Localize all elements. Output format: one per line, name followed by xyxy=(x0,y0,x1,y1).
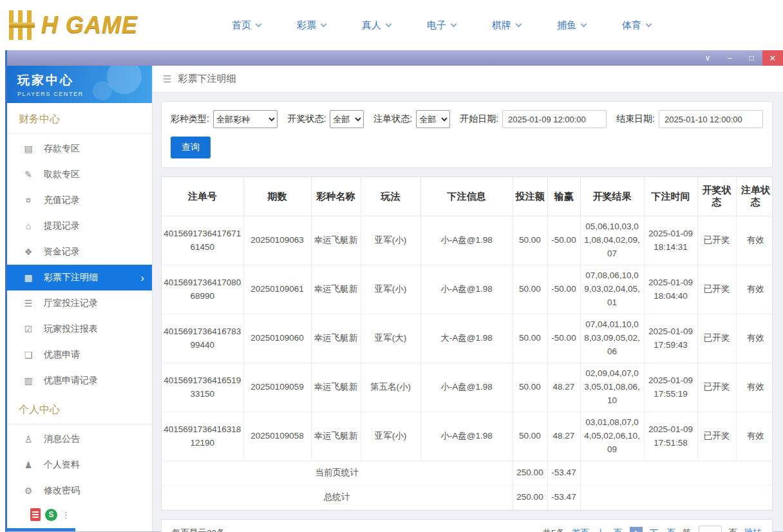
nav-label: 捕鱼 xyxy=(557,19,576,32)
recharge-record-icon: ¤ xyxy=(23,195,34,205)
minimize-icon[interactable]: – xyxy=(719,50,741,66)
sidebar-item-promo-apply-records[interactable]: ▥优惠申请记录 xyxy=(7,368,152,394)
sidebar-item-label: 个人资料 xyxy=(44,459,80,471)
table-row: 40156917364165193315020250109059幸运飞艇新第五名… xyxy=(162,363,773,412)
report-icon: ☑ xyxy=(23,324,34,334)
sidebar-section-title: 个人中心 xyxy=(7,394,152,424)
bottom-blue-bar xyxy=(7,528,75,531)
pagination-bar: 每页显示20条 共5条 首页 上一页 1 下一页 第 页 跳转 xyxy=(161,519,773,532)
current-page-button[interactable]: 1 xyxy=(630,527,643,532)
summary-label: 当前页统计 xyxy=(162,461,513,486)
maximize-icon[interactable]: □ xyxy=(741,50,762,66)
total-count-text: 共5条 xyxy=(542,527,565,532)
table-cell: 07,08,06,10,09,03,02,04,05,01 xyxy=(580,265,644,314)
wps-s-icon[interactable]: S xyxy=(45,509,57,521)
start-date-input[interactable] xyxy=(502,110,607,128)
column-header: 彩种名称 xyxy=(311,177,361,216)
sidebar-item-label: 充值记录 xyxy=(44,195,80,206)
summary-row: 总统计250.00-53.47 xyxy=(162,486,773,510)
menu-icon[interactable]: ☰ xyxy=(163,73,171,85)
order-status-select[interactable]: 全部 xyxy=(416,110,450,128)
table-cell: 401569173641767161450 xyxy=(162,216,243,265)
nav-item-lottery[interactable]: 彩票 xyxy=(297,19,326,32)
sidebar-item-change-password[interactable]: ⚙修改密码 xyxy=(7,478,152,504)
table-cell: 2025-01-09 17:55:19 xyxy=(644,363,697,412)
per-page-text: 每页显示20条 xyxy=(172,527,225,532)
column-header: 玩法 xyxy=(361,177,420,216)
page-jump-input[interactable] xyxy=(699,526,722,532)
column-header: 期数 xyxy=(243,177,311,216)
prev-page-link[interactable]: 上一页 xyxy=(596,527,623,532)
pager: 共5条 首页 上一页 1 下一页 第 页 跳转 xyxy=(542,526,762,532)
site-logo[interactable]: H GAME xyxy=(9,10,202,40)
sidebar-item-messages[interactable]: ♙消息公告 xyxy=(7,426,152,452)
sidebar-item-deposit[interactable]: ▤存款专区 xyxy=(7,136,152,162)
sidebar-item-label: 厅室投注记录 xyxy=(44,298,98,309)
bet-table-body: 40156917364176716145020250109063幸运飞艇新亚军(… xyxy=(162,216,773,510)
nav-item-electronic[interactable]: 电子 xyxy=(427,19,456,32)
sidebar-item-lottery-bet-details[interactable]: ▦彩票下注明细› xyxy=(7,265,152,290)
nav-item-board-games[interactable]: 棋牌 xyxy=(492,19,521,32)
chevron-down-icon xyxy=(451,21,457,28)
table-cell: 48.27 xyxy=(547,412,580,461)
sidebar-item-promo-apply[interactable]: ❑优惠申请 xyxy=(7,342,152,368)
main-nav: 首页彩票真人电子棋牌捕鱼体育 xyxy=(232,19,651,32)
window-titlebar[interactable]: ∨–□✕ xyxy=(7,50,783,66)
table-cell: 50.00 xyxy=(513,265,547,314)
sidebar-item-hall-bet-records[interactable]: ☰厅室投注记录 xyxy=(7,290,152,316)
sidebar-item-profile[interactable]: ♟个人资料 xyxy=(7,452,152,478)
sidebar-item-player-bet-report[interactable]: ☑玩家投注报表 xyxy=(7,316,152,342)
table-cell: 有效 xyxy=(736,265,773,314)
sidebar-item-recharge-records[interactable]: ¤充值记录 xyxy=(7,187,152,213)
table-cell: 401569173641708068990 xyxy=(162,265,243,314)
nav-label: 体育 xyxy=(622,19,641,32)
content-area: 彩种类型: 全部彩种 开奖状态: 全部 注单状态: 全部 开始日期: xyxy=(153,93,783,531)
draw-status-select[interactable]: 全部 xyxy=(330,110,364,128)
table-cell: 2025-01-09 17:51:58 xyxy=(644,412,697,461)
table-cell: 有效 xyxy=(736,314,773,363)
red-doc-icon[interactable] xyxy=(30,508,41,521)
logo-text: H GAME xyxy=(41,12,138,39)
bet-table-panel: 注单号期数彩种名称玩法下注信息投注额输赢开奖结果下注时间开奖状态注单状态 401… xyxy=(161,176,773,511)
fund-record-icon: ❖ xyxy=(23,247,34,257)
sidebar-item-fund-records[interactable]: ❖资金记录 xyxy=(7,239,152,265)
nav-item-live[interactable]: 真人 xyxy=(362,19,391,32)
table-cell: 03,01,08,07,04,05,02,06,10,09 xyxy=(580,412,644,461)
table-cell: 亚军(小) xyxy=(361,265,420,314)
sidebar-item-withdraw[interactable]: ✎取款专区 xyxy=(7,162,152,187)
end-date-label: 结束日期: xyxy=(616,113,655,125)
summary-winloss-total: -53.47 xyxy=(547,461,580,486)
sidebar-item-label: 优惠申请记录 xyxy=(44,375,98,386)
table-cell: 50.00 xyxy=(513,314,547,363)
search-button[interactable]: 查询 xyxy=(171,137,211,158)
end-date-input[interactable] xyxy=(659,110,763,128)
table-cell: 20250109061 xyxy=(243,265,311,314)
sidebar-item-label: 彩票下注明细 xyxy=(44,272,98,283)
table-cell: 20250109060 xyxy=(243,314,311,363)
lottery-type-select[interactable]: 全部彩种 xyxy=(213,110,278,128)
chevron-down-icon xyxy=(256,21,262,28)
chevron-down-icon[interactable]: ∨ xyxy=(697,50,719,66)
next-page-link[interactable]: 下一页 xyxy=(650,527,676,532)
site-header: H GAME 首页彩票真人电子棋牌捕鱼体育 xyxy=(0,0,783,50)
nav-item-home[interactable]: 首页 xyxy=(232,19,261,32)
sidebar-item-label: 消息公告 xyxy=(44,433,80,445)
table-cell: 07,04,01,10,08,03,09,05,02,06 xyxy=(580,314,644,363)
table-cell: 02,09,04,07,03,05,01,08,06,10 xyxy=(580,363,644,412)
bet-detail-icon: ▦ xyxy=(23,272,34,283)
summary-bet-total: 250.00 xyxy=(513,461,547,486)
chevron-down-icon xyxy=(516,21,522,28)
close-icon[interactable]: ✕ xyxy=(762,50,783,66)
nav-item-fishing[interactable]: 捕鱼 xyxy=(557,19,586,32)
table-row: 40156917364170806899020250109061幸运飞艇新亚军(… xyxy=(162,265,773,314)
sidebar-subtitle: PLAYERS CENTER xyxy=(17,91,152,97)
first-page-link[interactable]: 首页 xyxy=(572,527,589,532)
nav-item-sports[interactable]: 体育 xyxy=(622,19,651,32)
more-dots-icon[interactable]: ⋮ xyxy=(62,510,70,520)
nav-label: 彩票 xyxy=(297,19,316,32)
table-cell: 小-A盘@1.98 xyxy=(420,363,513,412)
jump-button[interactable]: 跳转 xyxy=(744,527,762,532)
jump-suffix-text: 页 xyxy=(729,527,738,532)
sidebar-item-withdrawal-records[interactable]: ⌂提现记录 xyxy=(7,213,152,239)
sidebar-item-label: 资金记录 xyxy=(44,246,80,258)
